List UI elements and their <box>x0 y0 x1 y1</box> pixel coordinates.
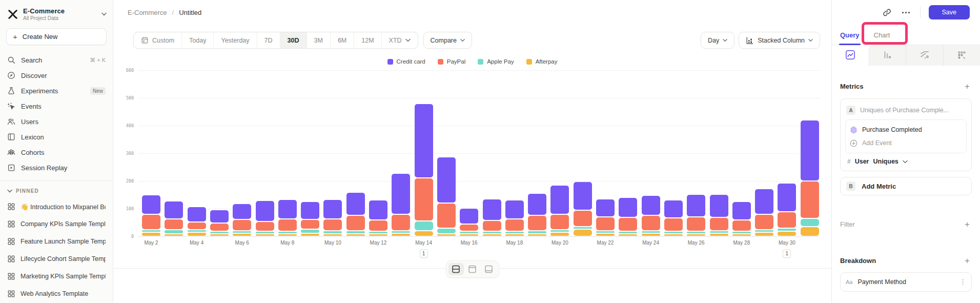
bar-segment-afterpay[interactable] <box>278 234 297 236</box>
bar-segment-apple-pay[interactable] <box>710 231 728 233</box>
tab-query[interactable]: Query <box>840 31 860 45</box>
bar-segment-paypal[interactable] <box>687 217 705 231</box>
date-range-30d[interactable]: 30D <box>280 32 307 48</box>
bar-segment-apple-pay[interactable] <box>642 231 660 233</box>
legend-item-paypal[interactable]: PayPal <box>438 58 465 65</box>
bar-segment-afterpay[interactable] <box>710 234 728 236</box>
bar-segment-afterpay[interactable] <box>528 234 546 236</box>
date-range-12m[interactable]: 12M <box>354 32 381 48</box>
bar-may-21[interactable] <box>574 182 592 236</box>
bar-segment-paypal[interactable] <box>278 219 297 231</box>
bar-may-26[interactable] <box>687 195 705 236</box>
bar-segment-credit-card[interactable] <box>596 199 615 216</box>
bar-segment-paypal[interactable] <box>392 215 410 230</box>
event-row[interactable]: Purchase Completed <box>850 123 962 136</box>
bar-segment-paypal[interactable] <box>801 181 819 218</box>
bar-may-29[interactable] <box>755 189 773 236</box>
add-metric-plus-icon[interactable]: + <box>963 81 972 92</box>
bar-segment-paypal[interactable] <box>369 220 387 231</box>
bar-segment-credit-card[interactable] <box>710 195 728 217</box>
bar-segment-apple-pay[interactable] <box>755 230 773 232</box>
bar-segment-apple-pay[interactable] <box>574 227 592 229</box>
add-metric-card[interactable]: B Add Metric <box>840 177 972 195</box>
view-tab-flows[interactable] <box>906 45 943 66</box>
create-new-button[interactable]: + Create New <box>6 28 107 45</box>
granularity-dropdown[interactable]: Day <box>701 32 734 49</box>
bar-segment-apple-pay[interactable] <box>256 232 274 233</box>
bar-segment-apple-pay[interactable] <box>801 219 819 226</box>
add-breakdown-plus-icon[interactable]: + <box>963 255 972 266</box>
bar-segment-afterpay[interactable] <box>664 234 683 236</box>
bar-segment-apple-pay[interactable] <box>323 231 342 233</box>
copy-link-icon[interactable] <box>883 8 892 17</box>
bar-may-15[interactable] <box>437 157 456 236</box>
bar-segment-apple-pay[interactable] <box>505 232 524 233</box>
bar-segment-afterpay[interactable] <box>165 234 183 236</box>
bar-segment-afterpay[interactable] <box>188 233 206 236</box>
sidebar-item-lexicon[interactable]: Lexicon <box>0 129 113 145</box>
bar-segment-credit-card[interactable] <box>301 202 319 219</box>
sidebar-item-search[interactable]: Search⌘ + K <box>0 52 113 68</box>
bar-segment-afterpay[interactable] <box>369 234 387 236</box>
pinned-board-web-analytics-template[interactable]: Web Analytics Template <box>0 285 113 302</box>
bar-segment-credit-card[interactable] <box>460 209 478 224</box>
bar-segment-afterpay[interactable] <box>210 234 229 236</box>
bar-may-18[interactable] <box>505 200 524 236</box>
bar-segment-credit-card[interactable] <box>392 174 410 214</box>
bar-segment-credit-card[interactable] <box>278 200 297 218</box>
bar-segment-credit-card[interactable] <box>437 157 456 203</box>
sidebar-item-discover[interactable]: Discover <box>0 68 113 83</box>
bar-may-19[interactable] <box>528 194 546 236</box>
bar-segment-afterpay[interactable] <box>801 227 819 236</box>
bar-segment-credit-card[interactable] <box>483 199 501 220</box>
kebab-menu-icon[interactable]: ⋮ <box>959 280 966 284</box>
bar-segment-credit-card[interactable] <box>233 204 251 219</box>
bar-may-16[interactable] <box>460 209 478 236</box>
bar-may-24[interactable] <box>642 196 660 236</box>
bar-may-8[interactable] <box>278 200 297 236</box>
bar-segment-apple-pay[interactable] <box>369 232 387 233</box>
pinned-section-header[interactable]: PINNED <box>0 186 113 198</box>
bar-segment-afterpay[interactable] <box>460 234 478 236</box>
bar-segment-paypal[interactable] <box>301 220 319 229</box>
bar-segment-afterpay[interactable] <box>642 234 660 236</box>
bar-segment-credit-card[interactable] <box>369 200 387 219</box>
pinned-board-introduction-to-mixpanel-bo[interactable]: 👋 Introduction to Mixpanel Bo <box>0 198 113 215</box>
bar-may-23[interactable] <box>619 198 637 236</box>
bar-segment-paypal[interactable] <box>574 211 592 226</box>
bar-segment-credit-card[interactable] <box>574 182 592 210</box>
bar-may-14[interactable] <box>415 104 433 236</box>
bar-may-3[interactable] <box>165 201 183 236</box>
pinned-board-company-kpis-sample-templat[interactable]: Company KPIs Sample Templat <box>0 215 113 233</box>
breadcrumb-title[interactable]: Untitled <box>179 9 201 16</box>
bar-segment-apple-pay[interactable] <box>278 232 297 233</box>
project-switcher[interactable]: E-Commerce All Project Data <box>0 4 113 26</box>
bar-segment-paypal[interactable] <box>256 222 274 231</box>
bar-segment-paypal[interactable] <box>732 220 751 231</box>
bar-segment-credit-card[interactable] <box>687 195 705 216</box>
bar-may-9[interactable] <box>301 202 319 236</box>
bar-segment-afterpay[interactable] <box>550 233 569 236</box>
date-range-custom[interactable]: Custom <box>134 32 181 48</box>
layout-split-button[interactable] <box>448 263 464 275</box>
breakdown-property-card[interactable]: Aa Payment Method ⋮ <box>840 272 972 292</box>
bar-segment-paypal[interactable] <box>710 218 728 230</box>
bar-segment-paypal[interactable] <box>505 219 524 231</box>
date-range-6m[interactable]: 6M <box>330 32 354 48</box>
bar-segment-credit-card[interactable] <box>346 193 365 215</box>
pinned-board-marketing-kpis-sample-templat[interactable]: Marketing KPIs Sample Templat <box>0 268 113 285</box>
bar-segment-paypal[interactable] <box>165 219 183 229</box>
layout-chart-only-button[interactable] <box>465 263 480 275</box>
bar-segment-apple-pay[interactable] <box>437 229 456 233</box>
bar-segment-afterpay[interactable] <box>256 234 274 236</box>
add-event-row[interactable]: Add Event <box>850 136 962 150</box>
bar-segment-afterpay[interactable] <box>483 234 501 236</box>
bar-may-5[interactable] <box>210 210 229 236</box>
bar-segment-afterpay[interactable] <box>505 234 524 236</box>
bar-may-17[interactable] <box>483 199 501 236</box>
bar-segment-credit-card[interactable] <box>732 202 751 219</box>
bar-may-2[interactable] <box>142 195 160 236</box>
bar-segment-afterpay[interactable] <box>323 234 342 236</box>
bar-segment-paypal[interactable] <box>437 204 456 228</box>
bar-segment-paypal[interactable] <box>323 219 342 230</box>
